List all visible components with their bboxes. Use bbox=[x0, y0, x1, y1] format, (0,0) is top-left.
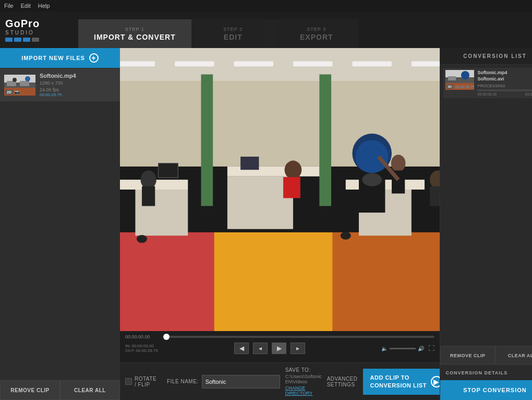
menu-help[interactable]: Help bbox=[38, 3, 50, 9]
control-buttons: IN: 00:00:00.00 OUT: 00:00:29.75 ◀ ◂ ▶ ▸… bbox=[125, 343, 434, 354]
bottom-controls: ROTATE / FLIP FILE NAME: SAVE TO: C:\Use… bbox=[120, 362, 440, 400]
volume-slider[interactable] bbox=[390, 348, 416, 349]
menu-bar: File Edit Help bbox=[0, 0, 532, 11]
timeline-track[interactable] bbox=[163, 336, 434, 338]
tab-export[interactable]: STEP 3 EXPORT bbox=[275, 19, 358, 48]
svg-rect-47 bbox=[445, 70, 474, 77]
svg-point-35 bbox=[362, 173, 382, 186]
in-out-area: IN: 00:00:00.00 OUT: 00:00:29.75 bbox=[125, 344, 158, 353]
svg-rect-15 bbox=[120, 81, 440, 167]
file-info: Softonic.mp4 1280 x 720 24,00 fps 00:00:… bbox=[40, 73, 116, 97]
svg-rect-4 bbox=[20, 81, 29, 86]
play-button[interactable]: ▶ bbox=[272, 343, 286, 354]
step2-num: STEP 2 bbox=[223, 27, 243, 32]
tab-edit[interactable]: STEP 2 EDIT bbox=[191, 19, 275, 48]
svg-rect-10 bbox=[175, 61, 214, 66]
import-label: IMPORT NEW FILES bbox=[21, 55, 85, 61]
logo-dot-2 bbox=[14, 38, 21, 42]
conv-time-start: 00:00:00.00 bbox=[477, 92, 497, 96]
conv-filename-top: Softonic.mp4 bbox=[477, 70, 532, 76]
svg-rect-14 bbox=[412, 61, 440, 66]
file-item[interactable]: 2D 📷 Softonic.mp4 1280 x 720 24,00 fps 0… bbox=[0, 68, 120, 101]
change-directory-link[interactable]: CHANGE DIRECTORY bbox=[285, 385, 322, 396]
center-area: 00:00:00.00 IN: 00:00:00.00 OUT: 00:00:2… bbox=[120, 48, 440, 400]
thumb-overlay: 2D 📷 bbox=[5, 90, 20, 95]
next-clip-button[interactable]: ▸ bbox=[291, 343, 305, 354]
volume-high-icon: 🔊 bbox=[418, 346, 424, 351]
menu-edit[interactable]: Edit bbox=[21, 3, 31, 9]
processing-label: PROCESSING bbox=[477, 84, 505, 88]
conv-filename-bot: Softonic.avi bbox=[477, 76, 532, 83]
remove-clip-button-left[interactable]: REMOVE CLIP bbox=[0, 380, 60, 400]
video-placeholder bbox=[120, 48, 440, 331]
conversion-details-label: CONVERSION DETAILS bbox=[445, 370, 507, 375]
time-display: 00:00:00.00 bbox=[125, 334, 159, 339]
file-thumbnail: 2D 📷 bbox=[4, 75, 35, 96]
filename-input[interactable] bbox=[202, 375, 280, 389]
steps-area: STEP 1 IMPORT & CONVERT STEP 2 EDIT STEP… bbox=[78, 11, 527, 48]
camera-icon: 📷 bbox=[15, 90, 20, 95]
file-fps: 24,00 fps bbox=[40, 87, 116, 92]
svg-rect-12 bbox=[293, 61, 333, 66]
conv-badge: 2D bbox=[446, 85, 453, 89]
conv-thumb-duration: 00:00:29.75 bbox=[455, 85, 474, 89]
svg-rect-13 bbox=[352, 61, 392, 66]
add-clip-to-conversion-list-button[interactable]: ADD CLIP TO CONVERSION LIST ▶ bbox=[363, 369, 450, 395]
prev-clip-button[interactable]: ◂ bbox=[253, 343, 268, 354]
saveto-area: SAVE TO: C:\Users\Softonic EN\Videos CHA… bbox=[285, 367, 322, 396]
logo-text: GoPro bbox=[5, 18, 68, 29]
svg-rect-19 bbox=[120, 232, 214, 331]
advanced-settings-button[interactable]: ADVANCED SETTINGS bbox=[327, 376, 358, 387]
svg-point-6 bbox=[25, 76, 30, 81]
stop-conversion-label: STOP CONVERSION bbox=[463, 387, 527, 393]
conv-times: 00:00:00.00 00:00:29.75 bbox=[477, 92, 532, 96]
import-new-files-button[interactable]: IMPORT NEW FILES + bbox=[0, 48, 120, 68]
fullscreen-button[interactable]: ⛶ bbox=[428, 345, 434, 352]
conversion-list-header: CONVERSION LIST bbox=[440, 48, 532, 65]
svg-rect-9 bbox=[120, 61, 155, 66]
svg-rect-41 bbox=[159, 163, 178, 178]
logo-dot-1 bbox=[5, 38, 13, 42]
prev-frame-button[interactable]: ◀ bbox=[234, 343, 249, 354]
stop-conversion-button[interactable]: STOP CONVERSION bbox=[440, 380, 532, 400]
svg-rect-16 bbox=[201, 74, 213, 206]
svg-point-30 bbox=[285, 161, 302, 179]
rotate-checkbox[interactable] bbox=[125, 378, 132, 385]
in-point: IN: 00:00:00.00 bbox=[125, 344, 158, 348]
menu-file[interactable]: File bbox=[4, 3, 14, 9]
svg-rect-42 bbox=[240, 157, 259, 170]
svg-point-44 bbox=[137, 235, 147, 243]
badge-2d: 2D bbox=[5, 90, 13, 95]
plus-icon: + bbox=[89, 53, 99, 63]
add-clip-line2: CONVERSION LIST bbox=[370, 382, 427, 389]
clear-all-button-right[interactable]: CLEAR ALL bbox=[495, 346, 532, 364]
conv-thumbnail: 2D 00:00:29.75 bbox=[445, 70, 474, 90]
conversion-item[interactable]: 2D 00:00:29.75 Softonic.mp4 Softonic.avi… bbox=[443, 68, 532, 98]
svg-point-5 bbox=[13, 78, 17, 82]
right-middle-buttons: REMOVE CLIP CLEAR ALL bbox=[440, 346, 532, 364]
svg-rect-24 bbox=[346, 180, 425, 190]
timeline-thumb[interactable] bbox=[163, 334, 170, 340]
rotate-label: ROTATE / FLIP bbox=[135, 376, 156, 387]
tab-import-convert[interactable]: STEP 1 IMPORT & CONVERT bbox=[78, 19, 191, 48]
volume-area: 🔈 🔊 bbox=[381, 346, 424, 351]
volume-icon: 🔈 bbox=[381, 346, 388, 351]
timeline-bar: 00:00:00.00 bbox=[125, 333, 434, 340]
filename-label: FILE NAME: bbox=[167, 379, 199, 384]
svg-rect-11 bbox=[234, 61, 274, 66]
file-name: Softonic.mp4 bbox=[40, 73, 116, 79]
step1-num: STEP 1 bbox=[125, 27, 144, 32]
header: GoPro STUDIO STEP 1 IMPORT & CONVERT STE… bbox=[0, 11, 532, 48]
file-resolution: 1280 x 720 bbox=[40, 80, 116, 86]
add-clip-line1: ADD CLIP TO bbox=[370, 374, 409, 381]
logo-dot-4 bbox=[32, 38, 39, 42]
clear-all-button-left[interactable]: CLEAR ALL bbox=[60, 380, 120, 400]
svg-point-45 bbox=[341, 232, 351, 240]
saveto-path: C:\Users\Softonic EN\Videos bbox=[285, 374, 322, 384]
file-list: 2D 📷 Softonic.mp4 1280 x 720 24,00 fps 0… bbox=[0, 68, 120, 380]
svg-rect-49 bbox=[448, 76, 456, 80]
remove-clip-button-right[interactable]: REMOVE CLIP bbox=[440, 346, 495, 364]
svg-rect-21 bbox=[333, 232, 440, 331]
logo-sub: STUDIO bbox=[5, 30, 68, 36]
right-panel: CONVERSION LIST 2D 00:00:29.75 Softoni bbox=[440, 48, 532, 400]
